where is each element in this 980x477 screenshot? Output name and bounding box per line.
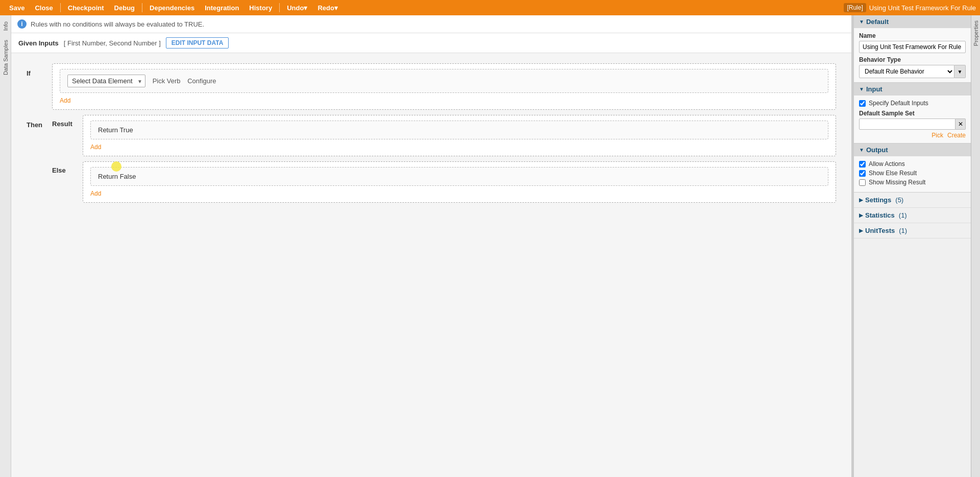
pick-verb-link[interactable]: Pick Verb bbox=[153, 77, 181, 85]
checkpoint-button[interactable]: Checkpoint bbox=[63, 0, 109, 15]
then-label: Then bbox=[27, 115, 47, 129]
configure-link[interactable]: Configure bbox=[187, 77, 216, 85]
given-inputs-label: Given Inputs bbox=[18, 39, 59, 47]
right-panel: ▼ Default Name Behavior Type Default Rul… bbox=[853, 15, 971, 477]
behavior-type-row: Default Rule Behavior ▼ bbox=[859, 65, 966, 78]
properties-tab-label: Properties bbox=[973, 20, 979, 46]
show-else-result-checkbox[interactable] bbox=[859, 170, 866, 177]
toolbar-separator-3 bbox=[279, 3, 280, 12]
input-section-header[interactable]: ▼ Input bbox=[854, 83, 971, 96]
toolbar: Save Close Checkpoint Debug Dependencies… bbox=[0, 0, 980, 15]
default-section-title: Default bbox=[866, 18, 889, 26]
settings-section-header[interactable]: ▶ Settings (5) bbox=[854, 193, 971, 208]
history-button[interactable]: History bbox=[244, 0, 277, 15]
name-input[interactable] bbox=[859, 41, 966, 53]
if-condition-block: Select Data Element Pick Verb Configure bbox=[60, 69, 828, 93]
statistics-count: (1) bbox=[899, 211, 907, 219]
unit-tests-section-header[interactable]: ▶ UnitTests (1) bbox=[854, 223, 971, 238]
given-inputs-values: [ First Number, Second Number ] bbox=[64, 39, 161, 47]
result-block: Return True Add bbox=[83, 115, 836, 156]
return-true-label: Return True bbox=[98, 126, 133, 134]
unit-tests-count: (1) bbox=[899, 227, 907, 234]
info-icon: i bbox=[17, 19, 27, 29]
else-add-link[interactable]: Add bbox=[90, 190, 828, 197]
specify-inputs-checkbox[interactable] bbox=[859, 100, 866, 107]
then-section: Then Result Return True Add bbox=[27, 115, 836, 203]
rule-tag: [Rule] bbox=[844, 3, 866, 12]
select-data-element[interactable]: Select Data Element bbox=[67, 75, 145, 87]
inputs-bar: Given Inputs [ First Number, Second Numb… bbox=[11, 33, 851, 53]
result-inner-block: Return True bbox=[90, 121, 828, 139]
default-arrow-icon: ▼ bbox=[859, 19, 864, 25]
else-row: Else Return False Add bbox=[52, 161, 836, 203]
settings-arrow-icon: ▶ bbox=[859, 197, 863, 203]
allow-actions-row: Allow Actions bbox=[859, 160, 966, 168]
statistics-section-header[interactable]: ▶ Statistics (1) bbox=[854, 208, 971, 223]
close-button[interactable]: Close bbox=[30, 0, 58, 15]
save-button[interactable]: Save bbox=[4, 0, 30, 15]
else-inner-block: Return False bbox=[90, 167, 828, 186]
input-section-title: Input bbox=[866, 85, 883, 93]
redo-button[interactable]: Redo ▾ bbox=[312, 0, 343, 15]
return-false-label: Return False bbox=[98, 173, 136, 180]
then-outer: Result Return True Add Else bbox=[52, 115, 836, 203]
default-section-header[interactable]: ▼ Default bbox=[854, 15, 971, 28]
integration-button[interactable]: Integration bbox=[200, 0, 244, 15]
dependencies-button[interactable]: Dependencies bbox=[144, 0, 200, 15]
allow-actions-checkbox[interactable] bbox=[859, 161, 866, 168]
result-row: Result Return True Add bbox=[52, 115, 836, 156]
show-else-result-label: Show Else Result bbox=[869, 170, 917, 177]
default-section: ▼ Default Name Behavior Type Default Rul… bbox=[854, 15, 971, 83]
sidebar-item-info[interactable]: Info bbox=[1, 17, 10, 35]
main-layout: Info Data Samples i Rules with no condit… bbox=[0, 15, 980, 477]
show-else-result-row: Show Else Result bbox=[859, 170, 966, 177]
unit-tests-section-title: UnitTests bbox=[865, 227, 895, 234]
output-arrow-icon: ▼ bbox=[859, 147, 864, 153]
select-data-element-wrapper: Select Data Element bbox=[67, 75, 145, 87]
input-section-body: Specify Default Inputs Default Sample Se… bbox=[854, 96, 971, 143]
properties-tab[interactable]: Properties bbox=[971, 15, 980, 477]
if-section: If Select Data Element Pick Verb Configu… bbox=[27, 63, 836, 110]
create-link[interactable]: Create bbox=[947, 132, 966, 139]
behavior-type-select[interactable]: Default Rule Behavior bbox=[859, 65, 954, 78]
unit-tests-arrow-icon: ▶ bbox=[859, 228, 863, 233]
allow-actions-label: Allow Actions bbox=[869, 160, 905, 168]
specify-inputs-label: Specify Default Inputs bbox=[869, 100, 928, 107]
default-sample-set-label: Default Sample Set bbox=[859, 110, 966, 117]
toolbar-separator-1 bbox=[60, 3, 61, 12]
settings-section-title: Settings bbox=[865, 196, 891, 204]
then-inner-blocks: Result Return True Add Else bbox=[52, 115, 836, 203]
info-message: Rules with no conditions will always be … bbox=[31, 20, 204, 28]
toolbar-separator-2 bbox=[142, 3, 142, 12]
info-bar: i Rules with no conditions will always b… bbox=[11, 15, 851, 33]
result-add-link[interactable]: Add bbox=[90, 144, 828, 151]
sample-set-clear-btn[interactable]: ✕ bbox=[955, 118, 966, 130]
edit-input-data-button[interactable]: EDIT INPUT DATA bbox=[166, 37, 229, 49]
name-field-label: Name bbox=[859, 32, 966, 39]
else-block: Return False Add bbox=[83, 161, 836, 203]
output-section-header[interactable]: ▼ Output bbox=[854, 144, 971, 156]
sidebar-item-data-samples[interactable]: Data Samples bbox=[1, 36, 10, 79]
output-section-body: Allow Actions Show Else Result Show Miss… bbox=[854, 156, 971, 192]
breadcrumb: [Rule] Using Unit Test Framework For Rul… bbox=[844, 3, 976, 12]
behavior-type-arrow-btn[interactable]: ▼ bbox=[954, 65, 966, 78]
settings-count: (5) bbox=[895, 196, 903, 204]
statistics-arrow-icon: ▶ bbox=[859, 212, 863, 218]
if-add-link[interactable]: Add bbox=[60, 97, 828, 104]
output-section: ▼ Output Allow Actions Show Else Result … bbox=[854, 144, 971, 193]
sample-set-row: ✕ bbox=[859, 118, 966, 130]
sample-set-input[interactable] bbox=[859, 118, 955, 130]
pick-link[interactable]: Pick bbox=[932, 132, 943, 139]
output-section-title: Output bbox=[866, 146, 888, 154]
undo-button[interactable]: Undo ▾ bbox=[282, 0, 312, 15]
left-sidebar: Info Data Samples bbox=[0, 15, 11, 477]
show-missing-result-row: Show Missing Result bbox=[859, 179, 966, 186]
rule-canvas: If Select Data Element Pick Verb Configu… bbox=[11, 53, 851, 477]
input-section: ▼ Input Specify Default Inputs Default S… bbox=[854, 83, 971, 144]
debug-button[interactable]: Debug bbox=[109, 0, 140, 15]
result-label: Result bbox=[52, 115, 78, 128]
statistics-section-title: Statistics bbox=[865, 211, 895, 219]
if-label: If bbox=[27, 63, 47, 77]
show-missing-result-checkbox[interactable] bbox=[859, 179, 866, 186]
input-arrow-icon: ▼ bbox=[859, 86, 864, 92]
